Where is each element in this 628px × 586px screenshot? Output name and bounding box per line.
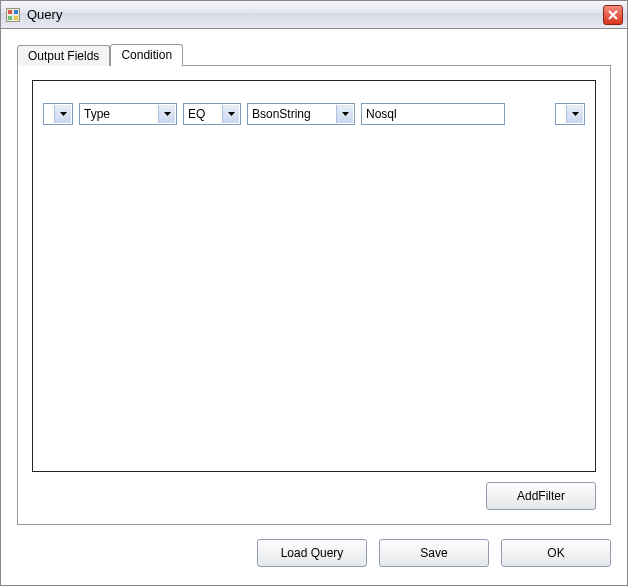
combobox-value: Type <box>84 107 110 121</box>
svg-marker-8 <box>164 112 171 116</box>
button-label: Load Query <box>281 546 344 560</box>
svg-marker-9 <box>228 112 235 116</box>
chevron-down-icon <box>54 105 71 123</box>
svg-marker-10 <box>342 112 349 116</box>
chevron-down-icon <box>222 105 239 123</box>
svg-marker-7 <box>60 112 67 116</box>
value-text: Nosql <box>366 107 397 121</box>
tabpage-condition: Type EQ BsonString <box>17 65 611 525</box>
window-title: Query <box>27 7 603 22</box>
close-button[interactable] <box>603 5 623 25</box>
operator-combobox[interactable]: EQ <box>183 103 241 125</box>
svg-rect-1 <box>8 10 12 14</box>
dialog-buttons: Load Query Save OK <box>17 525 611 569</box>
tab-condition[interactable]: Condition <box>110 44 183 66</box>
combobox-value: BsonString <box>252 107 311 121</box>
value-input[interactable]: Nosql <box>361 103 505 125</box>
trailing-combobox[interactable] <box>555 103 585 125</box>
ok-button[interactable]: OK <box>501 539 611 567</box>
tab-output-fields[interactable]: Output Fields <box>17 45 110 66</box>
addfilter-row: AddFilter <box>32 472 596 510</box>
add-filter-button[interactable]: AddFilter <box>486 482 596 510</box>
filter-panel: Type EQ BsonString <box>32 80 596 472</box>
combobox-value: EQ <box>188 107 205 121</box>
field-combobox[interactable]: Type <box>79 103 177 125</box>
chevron-down-icon <box>158 105 175 123</box>
chevron-down-icon <box>336 105 353 123</box>
query-window: Query Output Fields Condition <box>0 0 628 586</box>
svg-rect-2 <box>14 10 18 14</box>
tabstrip: Output Fields Condition <box>17 43 611 65</box>
tab-label: Output Fields <box>28 49 99 63</box>
client-area: Output Fields Condition Type <box>1 29 627 585</box>
app-icon <box>5 7 21 23</box>
save-button[interactable]: Save <box>379 539 489 567</box>
logic-combobox[interactable] <box>43 103 73 125</box>
button-label: OK <box>547 546 564 560</box>
filter-row: Type EQ BsonString <box>43 103 585 125</box>
tab-label: Condition <box>121 48 172 62</box>
button-label: AddFilter <box>517 489 565 503</box>
svg-rect-4 <box>14 16 18 20</box>
button-label: Save <box>420 546 447 560</box>
load-query-button[interactable]: Load Query <box>257 539 367 567</box>
svg-rect-3 <box>8 16 12 20</box>
bson-type-combobox[interactable]: BsonString <box>247 103 355 125</box>
titlebar: Query <box>1 1 627 29</box>
chevron-down-icon <box>566 105 583 123</box>
svg-marker-11 <box>572 112 579 116</box>
